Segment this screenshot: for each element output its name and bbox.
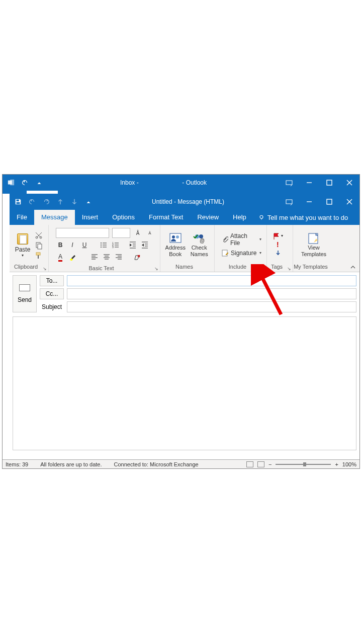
tell-me-label: Tell me what you want to do (267, 214, 348, 221)
svg-rect-7 (17, 200, 19, 202)
qat-customize-icon[interactable] (85, 198, 92, 205)
svg-rect-8 (17, 202, 20, 204)
signature-button[interactable]: Signature ▾ (222, 250, 261, 257)
clear-formatting-icon[interactable] (132, 253, 141, 262)
ribbon: Paste ▾ Clipboard↘ (10, 225, 359, 272)
increase-indent-icon[interactable] (140, 240, 149, 250)
undo-icon[interactable] (29, 198, 36, 205)
address-book-button[interactable]: Address Book (163, 231, 188, 258)
send-label: Send (18, 296, 32, 303)
low-importance-button[interactable] (275, 250, 282, 257)
tab-options[interactable]: Options (105, 210, 142, 225)
grow-font-icon[interactable]: Â (133, 228, 142, 237)
svg-text:3: 3 (112, 246, 114, 249)
svg-rect-1 (10, 180, 14, 185)
status-bar: Items: 39 All folders are up to date. Co… (3, 459, 359, 468)
tab-insert[interactable]: Insert (75, 210, 106, 225)
redo-icon[interactable] (43, 198, 50, 205)
svg-point-14 (260, 215, 263, 218)
svg-rect-9 (286, 200, 292, 204)
zoom-slider[interactable] (276, 464, 331, 465)
cc-field[interactable] (67, 288, 356, 299)
qat-customize-icon[interactable] (36, 179, 43, 186)
high-importance-button[interactable]: ! (275, 241, 282, 248)
minimize-button[interactable] (299, 175, 319, 191)
view-templates-button[interactable]: View Templates (297, 231, 330, 258)
format-painter-icon[interactable] (35, 252, 43, 260)
maximize-button[interactable] (319, 175, 339, 191)
tab-review[interactable]: Review (190, 210, 226, 225)
shrink-font-icon[interactable]: Â (145, 228, 154, 237)
save-icon[interactable] (15, 198, 22, 205)
bullets-icon[interactable] (99, 240, 108, 250)
attach-file-button[interactable]: Attach File ▾ (222, 232, 261, 247)
decrease-indent-icon[interactable] (128, 240, 137, 250)
cut-icon[interactable] (35, 231, 43, 239)
undo-icon[interactable] (22, 179, 29, 186)
check-names-label: Check Names (191, 245, 208, 258)
svg-point-23 (101, 245, 102, 246)
send-button[interactable]: Send (13, 275, 37, 312)
underline-button[interactable]: U (80, 240, 89, 250)
subject-label: Subject (40, 301, 64, 312)
arrow-up-icon[interactable] (57, 198, 64, 205)
view-normal-icon[interactable] (246, 461, 253, 467)
zoom-out-button[interactable]: − (268, 461, 272, 467)
svg-point-56 (172, 235, 175, 238)
to-field[interactable] (67, 275, 356, 286)
tab-format-text[interactable]: Format Text (142, 210, 190, 225)
minimize-button[interactable] (299, 194, 319, 210)
tell-me-search[interactable]: Tell me what you want to do (253, 214, 353, 221)
group-my-templates-label: My Templates (293, 264, 334, 272)
subject-field[interactable] (67, 301, 356, 312)
compose-title: Untitled - Message (HTML) (97, 198, 279, 205)
italic-button[interactable]: I (68, 240, 77, 250)
compose-header: Send To... Cc... Subject (10, 272, 359, 315)
tab-message[interactable]: Message (34, 210, 75, 225)
compose-window-titlebar: Untitled - Message (HTML) (10, 194, 359, 210)
tab-help[interactable]: Help (226, 210, 253, 225)
dialog-launcher-icon[interactable]: ↘ (42, 266, 47, 271)
numbering-icon[interactable]: 123 (111, 240, 120, 250)
zoom-in-button[interactable]: + (335, 461, 338, 467)
ribbon-display-options-icon[interactable] (279, 179, 299, 186)
copy-icon[interactable] (35, 242, 43, 250)
tab-file[interactable]: File (10, 210, 34, 225)
zoom-level[interactable]: 100% (342, 461, 356, 467)
group-include-label: Include (215, 264, 266, 272)
maximize-button[interactable] (319, 194, 339, 210)
to-button[interactable]: To... (40, 275, 64, 286)
cc-button[interactable]: Cc... (40, 288, 64, 299)
follow-up-button[interactable]: ▾ (273, 232, 283, 239)
svg-rect-20 (36, 253, 40, 255)
address-book-label: Address Book (165, 245, 186, 258)
collapse-ribbon-icon[interactable] (349, 264, 356, 271)
font-name-combo[interactable] (56, 228, 109, 238)
align-left-icon[interactable] (90, 253, 99, 262)
align-center-icon[interactable] (102, 253, 111, 262)
status-sync: All folders are up to date. (40, 461, 102, 467)
check-names-button[interactable]: @ Check Names (188, 231, 212, 258)
arrow-down-icon[interactable] (71, 198, 78, 205)
group-names-label: Names (160, 264, 214, 272)
close-button[interactable] (339, 194, 359, 210)
group-clipboard: Paste ▾ Clipboard↘ (10, 225, 49, 272)
envelope-icon (19, 284, 30, 291)
view-reading-icon[interactable] (257, 461, 264, 467)
paste-button[interactable]: Paste ▾ (13, 231, 33, 258)
message-body[interactable] (13, 316, 356, 450)
font-color-icon[interactable]: A (56, 253, 65, 262)
status-connection: Connected to: Microsoft Exchange (114, 461, 199, 467)
dialog-launcher-icon[interactable]: ↘ (154, 266, 159, 271)
font-size-combo[interactable] (112, 228, 130, 238)
close-button[interactable] (339, 175, 359, 191)
bold-button[interactable]: B (56, 240, 65, 250)
ribbon-display-options-icon[interactable] (279, 198, 299, 205)
align-right-icon[interactable] (114, 253, 123, 262)
main-title-right: - Outlook (182, 179, 207, 186)
status-items: Items: 39 (6, 461, 28, 467)
dialog-launcher-icon[interactable]: ↘ (287, 266, 292, 271)
highlight-icon[interactable] (68, 253, 77, 262)
ribbon-tabs: File Message Insert Options Format Text … (10, 210, 359, 225)
svg-rect-2 (286, 181, 292, 185)
